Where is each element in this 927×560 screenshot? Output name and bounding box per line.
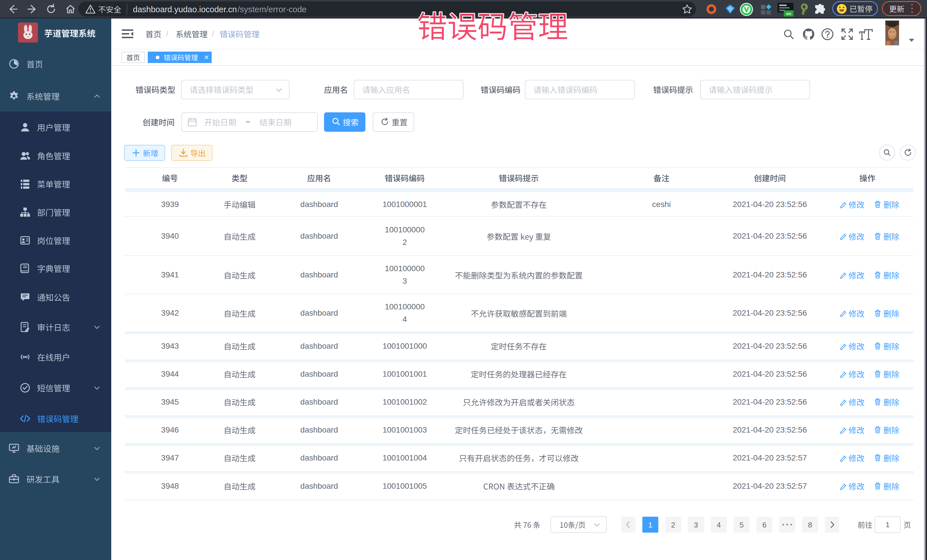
- svg-text:on: on: [786, 11, 791, 16]
